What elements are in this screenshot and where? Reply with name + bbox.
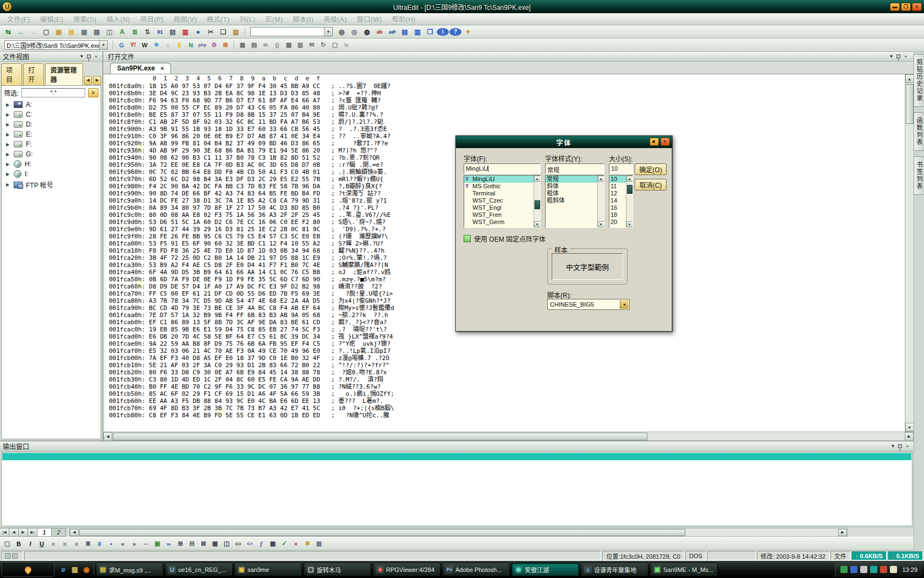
font-style-input[interactable]: 常规 xyxy=(545,163,604,174)
grid-tool-icon[interactable]: ▩ xyxy=(283,40,294,50)
spell-check-icon[interactable]: A xyxy=(116,26,128,37)
style-list-item[interactable]: 斜体 xyxy=(546,183,597,190)
align-center-icon[interactable]: ≡ xyxy=(59,539,70,549)
taskbar-task-button[interactable]: ▢ 旋转木马 xyxy=(304,563,371,576)
validate-icon[interactable]: ✓ xyxy=(279,539,290,549)
font-style-list[interactable]: 常规斜体粗体粗斜体 ▲ ▼ xyxy=(545,175,604,228)
notes-icon[interactable]: ≣ xyxy=(129,26,141,37)
menu-item[interactable]: 插入(N) xyxy=(102,13,135,25)
google-icon[interactable]: G xyxy=(116,40,127,50)
hyperlink-icon[interactable]: ∞ xyxy=(163,539,174,549)
drive-item[interactable]: ▶ D: xyxy=(2,119,101,129)
taskbar-task-button[interactable]: e 设谱青年聚集地 xyxy=(581,563,648,576)
flash-icon[interactable]: ✿ xyxy=(208,40,219,50)
chevron-down-icon[interactable]: ▼ xyxy=(620,300,629,309)
replace-in-files-icon[interactable]: a⇄ xyxy=(386,26,398,37)
cut-icon[interactable]: ✂ xyxy=(205,26,217,37)
expand-arrow-icon[interactable]: ▶ xyxy=(6,122,10,127)
dock-tab[interactable]: 函数列表 xyxy=(914,112,924,151)
close-icon[interactable]: × xyxy=(904,443,911,450)
drive-item[interactable]: ▶ E: xyxy=(2,129,101,139)
print-preview-icon[interactable]: ◫ xyxy=(103,26,116,37)
window-cascade-icon[interactable]: ❐ xyxy=(424,26,436,37)
table-icon[interactable]: ⊞ xyxy=(175,539,186,549)
save-all-icon[interactable]: ▦ xyxy=(314,539,324,549)
size-list-item[interactable]: 20 xyxy=(609,219,626,226)
scroll-left-icon[interactable]: ◀ xyxy=(103,432,112,441)
file-path-combo[interactable]: D:\三国9修改\San9 Tc\San9PK.exe ▼ xyxy=(4,40,108,50)
list-scrollbar[interactable]: ▲ ▼ xyxy=(534,176,540,227)
menu-item[interactable]: 文件(F) xyxy=(2,13,35,25)
insert-col-icon[interactable]: ⊠ xyxy=(198,539,209,549)
bullet-list-icon[interactable]: • xyxy=(106,539,117,549)
chevron-down-icon[interactable]: ▼ xyxy=(78,53,85,60)
menu-item[interactable]: 格式(T) xyxy=(202,13,235,25)
font-list-item[interactable]: TMS Gothic xyxy=(464,183,534,190)
msn-icon[interactable]: ✳ xyxy=(151,40,162,50)
search-web-icon[interactable]: ○ xyxy=(162,40,173,50)
drive-item[interactable]: ▶ FTP 帐号 xyxy=(2,179,101,190)
oem-checkbox[interactable] xyxy=(464,235,471,242)
info-icon[interactable]: i xyxy=(437,28,449,36)
underline-icon[interactable]: U xyxy=(36,539,47,549)
expand-arrow-icon[interactable]: ▶ xyxy=(6,142,10,147)
style-list-item[interactable]: 常规 xyxy=(546,176,597,183)
scroll-up-icon[interactable]: ▲ xyxy=(905,74,914,83)
chevron-down-icon[interactable]: ▼ xyxy=(888,53,895,60)
tray-antivirus-icon[interactable] xyxy=(840,566,848,573)
numbered-list-icon[interactable]: # xyxy=(94,539,105,549)
filter-go-button[interactable]: > xyxy=(88,88,98,97)
taskbar-task-button[interactable]: ◈ RPGViewer:4/284 xyxy=(373,563,441,576)
expand-arrow-icon[interactable]: ▶ xyxy=(6,102,10,107)
tab-san9pk[interactable]: San9PK.exe × xyxy=(110,63,171,74)
pin-icon[interactable] xyxy=(898,444,902,448)
tray-firewall-icon[interactable] xyxy=(880,566,887,573)
menu-item[interactable]: 宏(M) xyxy=(261,13,288,25)
bold-icon[interactable]: B xyxy=(13,539,24,549)
cancel-button[interactable]: 取消(C) xyxy=(635,179,667,190)
ok-button[interactable]: 确定(O) xyxy=(635,163,667,175)
copy-icon[interactable]: ❏ xyxy=(217,26,229,37)
browser-icon[interactable]: ● xyxy=(192,26,204,37)
font-list-item[interactable]: WST_Germ xyxy=(464,219,534,226)
scroll-up-icon[interactable]: ▲ xyxy=(626,176,633,182)
window-tile-v-icon[interactable]: ▥ xyxy=(411,26,424,37)
italic-icon[interactable]: I xyxy=(25,539,36,549)
drive-item[interactable]: ▶ H: xyxy=(2,159,101,169)
maximize-button[interactable]: ❐ xyxy=(901,3,911,11)
style-list-item[interactable]: 粗斜体 xyxy=(546,197,597,204)
chevron-down-icon[interactable]: ▼ xyxy=(324,28,332,36)
size-list-item[interactable]: 12 xyxy=(609,190,626,197)
sidebar-tab[interactable]: 项目 xyxy=(1,63,22,85)
font-list-item[interactable]: WST_Czec xyxy=(464,197,534,204)
drive-item[interactable]: ▶ C: xyxy=(2,110,101,119)
refresh-tool-icon[interactable]: ↻ xyxy=(318,40,329,50)
pin-icon[interactable] xyxy=(87,54,91,58)
font-name-input[interactable]: MingLiU xyxy=(464,163,541,174)
taskbar-task-button[interactable]: ▣ San9ME - M_Ms... xyxy=(650,563,718,576)
paste-icon[interactable]: ▨ xyxy=(230,26,242,37)
scroll-down-icon[interactable]: ▼ xyxy=(534,221,541,227)
scrollbar-thumb[interactable] xyxy=(113,433,647,440)
menu-item[interactable]: 搜索(S) xyxy=(68,13,102,25)
wikipedia-icon[interactable]: W xyxy=(139,40,150,50)
fx-tool-icon[interactable]: fx xyxy=(341,40,352,50)
list-scrollbar[interactable]: ▲ ▼ xyxy=(597,176,604,227)
drive-item[interactable]: ▶ I: xyxy=(2,169,101,179)
scroll-left-icon[interactable]: ◀ xyxy=(70,529,79,536)
scroll-down-icon[interactable]: ▼ xyxy=(598,221,604,227)
windows-icon[interactable]: ⊞ xyxy=(220,40,231,50)
frame-icon[interactable]: ◫ xyxy=(221,539,232,549)
trash-tool-icon[interactable]: ▢ xyxy=(329,40,340,50)
close-icon[interactable]: × xyxy=(92,53,100,60)
media-player-icon[interactable]: ◉ xyxy=(81,565,91,575)
compare-icon[interactable]: ▤ xyxy=(167,26,179,37)
scroll-up-icon[interactable]: ▲ xyxy=(534,176,541,182)
size-list-item[interactable]: 10 xyxy=(609,176,626,183)
dialog-help-lock-icon[interactable]: ■ xyxy=(650,138,659,146)
expand-arrow-icon[interactable]: ▶ xyxy=(6,132,10,137)
tray-volume-icon[interactable] xyxy=(860,566,867,573)
font-name-list[interactable]: TMingLiUTMS GothicTerminalWST_CzecWST_En… xyxy=(464,175,541,228)
indent-icon[interactable]: » xyxy=(129,539,140,549)
sheet-nav-button[interactable]: ▶ xyxy=(19,528,28,537)
